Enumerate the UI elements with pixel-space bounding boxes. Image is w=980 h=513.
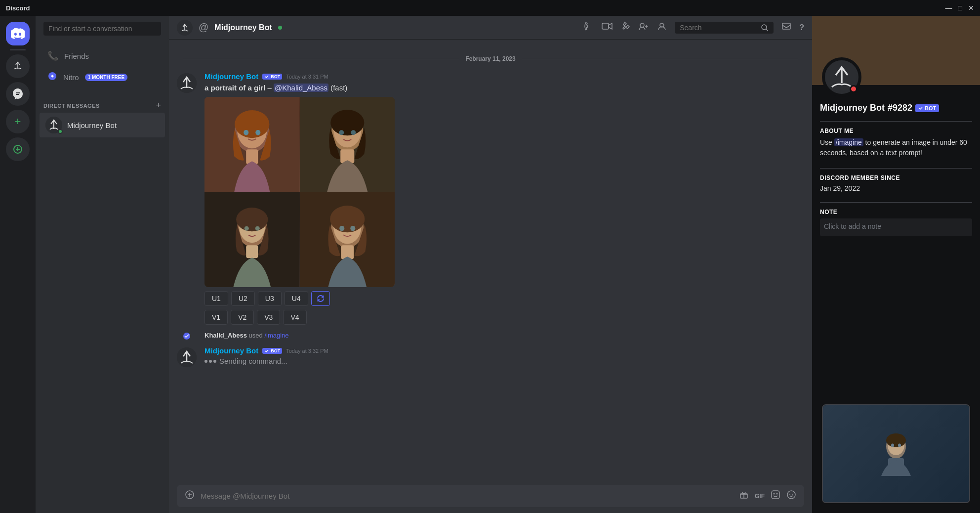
dm-name-midjourney: Midjourney Bot xyxy=(67,121,117,129)
date-divider-text: February 11, 2023 xyxy=(465,55,515,62)
pin-button[interactable] xyxy=(620,21,630,34)
svg-point-54 xyxy=(898,444,901,447)
member-since-date: Jan 29, 2022 xyxy=(820,184,972,192)
header-actions: ? xyxy=(584,21,804,34)
server-icon-discord[interactable] xyxy=(6,22,30,45)
svg-point-45 xyxy=(776,493,778,495)
profile-button[interactable] xyxy=(657,21,667,34)
profile-bot-label: BOT xyxy=(925,105,936,111)
upscale-u1-button[interactable]: U1 xyxy=(204,291,228,306)
svg-point-52 xyxy=(886,433,906,447)
nitro-icon xyxy=(47,71,57,84)
refresh-button[interactable] xyxy=(311,291,330,306)
chat-header-bot-avatar xyxy=(177,20,193,36)
variation-v2-button[interactable]: V2 xyxy=(231,310,254,325)
profile-discriminator: #9282 xyxy=(888,103,912,113)
svg-point-22 xyxy=(339,130,344,135)
sidebar-item-nitro[interactable]: Nitro 1 MONTH FREE xyxy=(40,66,165,88)
server-icon-ship[interactable] xyxy=(6,54,30,78)
maximize-button[interactable]: □ xyxy=(958,4,962,12)
inbox-button[interactable] xyxy=(781,21,791,34)
profile-divider-1 xyxy=(820,121,972,122)
profile-bot-badge: BOT xyxy=(915,104,939,112)
svg-point-46 xyxy=(787,491,795,499)
svg-rect-43 xyxy=(772,491,779,499)
message-author-1: Midjourney Bot xyxy=(204,72,258,81)
sending-text: Sending command... xyxy=(204,357,804,365)
dm-status-online xyxy=(58,129,63,134)
gif-button[interactable]: GIF xyxy=(755,493,765,500)
profile-name-row: Midjourney Bot #9282 BOT xyxy=(820,103,972,113)
date-divider: February 11, 2023 xyxy=(169,51,812,66)
chat-header-status-dot xyxy=(278,26,282,30)
profile-name: Midjourney Bot xyxy=(820,103,885,113)
friends-label: Friends xyxy=(64,52,89,60)
svg-rect-5 xyxy=(602,23,609,29)
profile-avatar xyxy=(822,57,861,97)
svg-point-29 xyxy=(245,226,249,230)
chat-input-box: GIF xyxy=(177,485,804,507)
variation-v3-button[interactable]: V3 xyxy=(257,310,280,325)
svg-point-15 xyxy=(244,130,248,135)
add-server-button[interactable]: + xyxy=(6,110,30,133)
svg-point-30 xyxy=(255,226,260,230)
explore-servers-button[interactable] xyxy=(6,137,30,161)
server-icon-openai[interactable] xyxy=(6,82,30,106)
nitro-badge: 1 MONTH FREE xyxy=(85,74,127,81)
video-call-button[interactable] xyxy=(602,22,612,33)
dm-search-bar xyxy=(36,16,169,42)
webcam-overlay xyxy=(822,404,970,503)
command-used-text: Khalid_Abess used /imagine xyxy=(204,331,289,340)
upscale-u2-button[interactable]: U2 xyxy=(231,291,255,306)
image-grid xyxy=(204,97,395,287)
search-input[interactable] xyxy=(680,24,757,32)
variation-v1-button[interactable]: V1 xyxy=(204,310,228,325)
svg-point-6 xyxy=(640,23,644,27)
sticker-button[interactable] xyxy=(771,490,780,502)
message-avatar-sending xyxy=(177,347,197,367)
webcam-person-silhouette xyxy=(866,431,926,476)
profile-section-note: NOTE Click to add a note xyxy=(820,209,972,236)
command-name[interactable]: /imagine xyxy=(264,332,288,339)
message-header-sending: Midjourney Bot BOT Today at 3:32 PM xyxy=(204,346,804,355)
find-conversation-input[interactable] xyxy=(43,22,161,36)
dm-list-item-midjourney[interactable]: Midjourney Bot xyxy=(40,113,165,137)
add-friend-button[interactable] xyxy=(638,21,649,34)
attach-file-button[interactable] xyxy=(185,490,195,502)
direct-messages-label: DIRECT MESSAGES xyxy=(43,103,100,109)
sending-command-text: Sending command... xyxy=(219,357,287,365)
chat-input-area: GIF xyxy=(169,479,812,513)
note-input[interactable]: Click to add a note xyxy=(820,218,972,236)
emoji-gift-button[interactable] xyxy=(739,490,749,502)
at-symbol: @ xyxy=(199,22,208,33)
portrait-image-3 xyxy=(204,192,300,288)
chat-header-name: Midjourney Bot xyxy=(214,23,272,32)
phone-call-button[interactable] xyxy=(584,21,594,34)
profile-avatar-container xyxy=(822,57,861,97)
svg-rect-31 xyxy=(246,245,258,258)
profile-section-about: ABOUT ME Use /imagine to generate an ima… xyxy=(820,128,972,158)
upscale-u3-button[interactable]: U3 xyxy=(258,291,282,306)
svg-point-28 xyxy=(236,208,268,231)
message-timestamp-sending: Today at 3:32 PM xyxy=(286,348,328,354)
chat-messages: February 11, 2023 Midjourney Bot xyxy=(169,40,812,479)
command-used-row: Khalid_Abess used /imagine xyxy=(169,329,812,342)
message-input[interactable] xyxy=(201,492,733,500)
help-button[interactable]: ? xyxy=(799,23,804,32)
sidebar-item-friends[interactable]: 📞 Friends xyxy=(40,45,165,66)
variation-v4-button[interactable]: V4 xyxy=(283,310,306,325)
emoji-button[interactable] xyxy=(786,490,796,502)
close-button[interactable]: ✕ xyxy=(968,4,974,12)
add-dm-button[interactable]: + xyxy=(156,100,161,111)
about-me-text: Use /imagine to generate an image in und… xyxy=(820,137,972,158)
minimize-button[interactable]: — xyxy=(945,4,952,12)
message-header-1: Midjourney Bot BOT Today at 3:31 PM xyxy=(204,72,804,81)
svg-point-37 xyxy=(350,225,355,231)
message-content-1: Midjourney Bot BOT Today at 3:31 PM a po… xyxy=(204,72,804,325)
upscale-u4-button[interactable]: U4 xyxy=(285,291,308,306)
dot-3 xyxy=(213,360,216,363)
loading-dots xyxy=(204,360,216,363)
svg-point-44 xyxy=(774,493,775,495)
action-buttons-variation: V1 V2 V3 V4 xyxy=(204,310,804,325)
title-bar: Discord — □ ✕ xyxy=(0,0,980,16)
